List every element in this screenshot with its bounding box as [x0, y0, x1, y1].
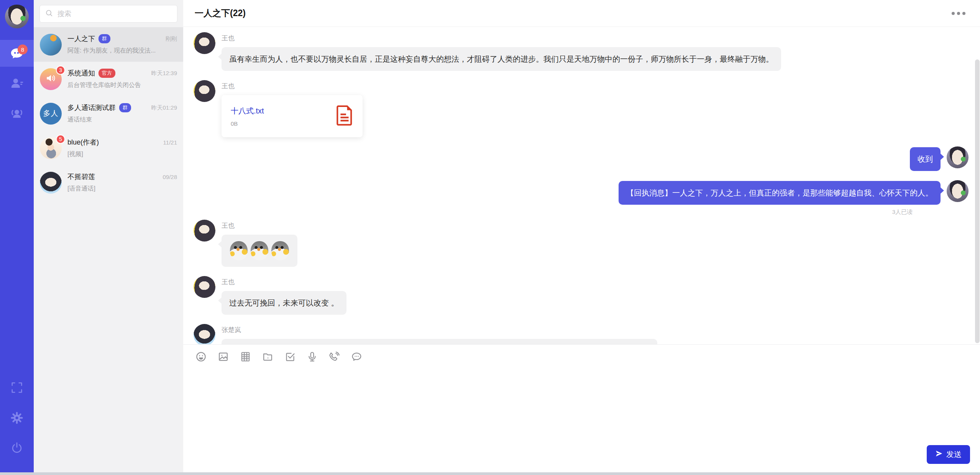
own-avatar[interactable] — [947, 180, 969, 202]
chat-item-blue-author[interactable]: 5 blue(作者) 11/21 [视频] — [34, 131, 183, 165]
message-bubble: 作为朋友，现在的我没法保证救你逃出生天，我能保证的只有...如果你真的会遭遇到什… — [222, 339, 657, 344]
file-name[interactable]: 十八式.txt — [231, 106, 264, 116]
chat-item-buyaobilian[interactable]: 不摇碧莲 09/28 [语音通话] — [34, 165, 183, 200]
chat-item-system-notice[interactable]: 3 系统通知 官方 昨天12:39 后台管理仓库临时关闭公告 — [34, 62, 183, 96]
nav-item-messages[interactable]: 8 — [0, 40, 34, 67]
text-file-icon — [336, 105, 353, 127]
sender-avatar[interactable] — [194, 80, 215, 102]
chat-app-window: 8 — [0, 0, 980, 475]
sender-name: 张楚岚 — [222, 325, 657, 334]
chat-title: 一人之下(22) — [195, 7, 246, 19]
read-receipt: 3人已读 — [619, 209, 913, 216]
composer: 发送 — [183, 344, 980, 472]
more-options-button[interactable] — [949, 9, 969, 18]
contact-avatar: 5 — [40, 137, 62, 159]
search-icon — [45, 9, 53, 19]
speaker-icon — [45, 72, 57, 85]
folder-icon[interactable] — [261, 350, 274, 363]
penguin-sticker — [251, 241, 268, 260]
sticker-message-bubble — [222, 235, 297, 267]
image-icon[interactable] — [217, 350, 229, 363]
call-icon[interactable] — [328, 350, 340, 363]
chat-preview: 阿莲: 作为朋友，现在的我没法... — [67, 47, 177, 55]
search-input[interactable] — [57, 10, 172, 18]
system-avatar: 3 — [40, 68, 62, 90]
groups-icon — [10, 106, 24, 120]
fullscreen-button[interactable] — [10, 381, 23, 394]
send-button-label: 发送 — [946, 449, 962, 460]
chat-preview: [语音通话] — [67, 185, 177, 193]
nav-item-groups[interactable] — [0, 100, 34, 127]
sender-name: 王也 — [222, 82, 363, 90]
contact-avatar — [40, 172, 62, 194]
chat-time: 昨天12:39 — [148, 70, 177, 77]
message-row: 王也 — [194, 220, 969, 267]
message-input[interactable] — [183, 367, 980, 445]
message-row-own: 【回执消息】一人之下，万人之上，但真正的强者，是那些能够超越自我、心怀天下的人。… — [194, 180, 969, 216]
chat-name: 不摇碧莲 — [67, 172, 95, 181]
message-row: 王也 过去无可挽回，未来可以改变 。 — [194, 276, 969, 315]
chat-name: 一人之下 — [67, 34, 95, 43]
own-avatar[interactable] — [947, 146, 969, 168]
conversation-list-panel: 一人之下 群 刚刚 阿莲: 作为朋友，现在的我没法... 3 系统通知 官方 昨… — [34, 0, 183, 472]
paper-plane-icon — [935, 450, 943, 459]
chat-main-panel: 一人之下(22) 王也 虽有幸生而为人，也不要以万物灵长自居，正是这种妄自尊大的… — [183, 0, 980, 472]
screenshot-icon[interactable] — [284, 350, 296, 363]
chat-history-icon[interactable] — [350, 350, 363, 363]
chat-name: blue(作者) — [67, 138, 99, 147]
chat-item-yirenzhixia[interactable]: 一人之下 群 刚刚 阿莲: 作为朋友，现在的我没法... — [34, 27, 183, 62]
group-tag: 群 — [119, 103, 131, 112]
sender-avatar[interactable] — [194, 276, 215, 298]
scrollbar-thumb[interactable] — [975, 59, 980, 343]
send-row: 发送 — [183, 445, 980, 472]
search-bar — [34, 0, 183, 27]
chat-item-multicall-group[interactable]: 多人 多人通话测试群 群 昨天01:29 通话结束 — [34, 96, 183, 131]
sender-avatar[interactable] — [194, 324, 215, 344]
message-bubble: 过去无可挽回，未来可以改变 。 — [222, 291, 346, 315]
penguin-sticker — [271, 241, 289, 260]
message-row-own: 收到 — [194, 146, 969, 171]
group-avatar: 多人 — [40, 103, 62, 125]
sender-avatar[interactable] — [194, 220, 215, 242]
nav-item-contacts[interactable] — [0, 70, 34, 97]
group-tag: 群 — [98, 34, 110, 43]
sender-name: 王也 — [222, 221, 297, 230]
penguin-sticker-row — [229, 240, 290, 262]
message-bubble: 虽有幸生而为人，也不要以万物灵长自居，正是这种妄自尊大的想法，才阻碍了人类的进步… — [222, 47, 781, 71]
chat-time: 11/21 — [160, 139, 177, 146]
message-row: 王也 十八式.txt 0B — [194, 80, 969, 137]
own-message-bubble: 【回执消息】一人之下，万人之上，但真正的强者，是那些能够超越自我、心怀天下的人。 — [619, 181, 941, 205]
user-avatar[interactable] — [5, 5, 29, 28]
send-button[interactable]: 发送 — [927, 445, 970, 464]
nav-rail-bottom — [10, 381, 24, 472]
unread-total-badge: 8 — [18, 44, 28, 54]
message-row: 张楚岚 作为朋友，现在的我没法保证救你逃出生天，我能保证的只有...如果你真的会… — [194, 324, 969, 344]
settings-button[interactable] — [10, 411, 24, 425]
file-size: 0B — [231, 120, 264, 127]
official-tag: 官方 — [98, 69, 115, 78]
group-avatar — [40, 34, 62, 56]
sender-name: 王也 — [222, 278, 346, 286]
chat-preview: 后台管理仓库临时关闭公告 — [67, 81, 177, 89]
sender-avatar[interactable] — [194, 32, 215, 54]
chat-time: 09/28 — [159, 174, 177, 180]
chat-header: 一人之下(22) — [183, 0, 980, 27]
chat-preview: 通话结束 — [67, 116, 177, 124]
chat-name: 系统通知 — [67, 69, 95, 78]
chat-time: 刚刚 — [163, 35, 177, 43]
sender-name: 王也 — [222, 34, 781, 43]
unread-badge: 5 — [56, 135, 65, 144]
power-button[interactable] — [10, 442, 23, 455]
message-row: 王也 虽有幸生而为人，也不要以万物灵长自居，正是这种妄自尊大的想法，才阻碍了人类… — [194, 32, 969, 71]
emoji-icon[interactable] — [195, 350, 207, 363]
voice-icon[interactable] — [306, 350, 318, 363]
file-attachment-card[interactable]: 十八式.txt 0B — [222, 95, 363, 137]
chat-preview: [视频] — [67, 150, 177, 158]
penguin-sticker — [230, 241, 248, 260]
video-icon[interactable] — [239, 350, 251, 363]
chat-time: 昨天01:29 — [148, 104, 177, 112]
contacts-icon — [10, 76, 24, 90]
own-message-bubble: 收到 — [910, 147, 941, 171]
unread-badge: 3 — [56, 66, 65, 75]
message-list: 王也 虽有幸生而为人，也不要以万物灵长自居，正是这种妄自尊大的想法，才阻碍了人类… — [183, 27, 980, 344]
